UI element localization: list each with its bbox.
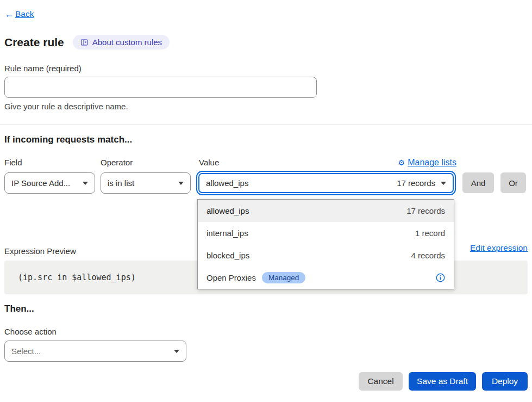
info-icon[interactable]: [436, 273, 445, 282]
about-custom-rules-link[interactable]: About custom rules: [73, 35, 170, 50]
list-option-blocked-ips[interactable]: blocked_ips 4 records: [198, 244, 454, 267]
about-custom-rules-label: About custom rules: [92, 38, 162, 47]
expression-preview-label: Expression Preview: [4, 246, 76, 256]
cancel-button[interactable]: Cancel: [359, 372, 403, 391]
manage-lists-label: Manage lists: [408, 158, 456, 168]
operator-select[interactable]: is in list: [101, 172, 191, 194]
deploy-button[interactable]: Deploy: [482, 372, 528, 391]
managed-badge: Managed: [262, 272, 305, 283]
operator-label: Operator: [101, 158, 133, 167]
chevron-down-icon: [83, 182, 88, 185]
action-select[interactable]: Select...: [4, 341, 186, 362]
list-option-internal-ips[interactable]: internal_ips 1 record: [198, 222, 454, 244]
value-label: Value: [199, 158, 219, 167]
edit-expression-link[interactable]: Edit expression: [470, 243, 528, 253]
gear-icon: ⚙: [398, 158, 405, 167]
list-dropdown-menu: allowed_ips 17 records internal_ips 1 re…: [197, 199, 454, 289]
field-label: Field: [4, 158, 22, 167]
chevron-down-icon: [441, 182, 446, 185]
field-select-value: IP Source Add...: [11, 178, 70, 188]
manage-lists-link[interactable]: ⚙ Manage lists: [398, 158, 456, 168]
value-select-count: 17 records: [397, 178, 435, 188]
list-option-name: Open Proxies: [206, 273, 256, 282]
choose-action-label: Choose action: [4, 327, 57, 336]
rule-name-input[interactable]: [4, 77, 317, 98]
list-option-allowed-ips[interactable]: allowed_ips 17 records: [198, 200, 454, 222]
operator-select-value: is in list: [108, 178, 134, 188]
chevron-down-icon: [178, 182, 184, 185]
match-heading: If incoming requests match...: [4, 134, 132, 145]
list-option-name: internal_ips: [206, 228, 248, 238]
then-heading: Then...: [4, 304, 34, 314]
value-select-name: allowed_ips: [206, 178, 248, 188]
list-option-count: 1 record: [415, 228, 445, 238]
section-divider: [0, 125, 532, 125]
rule-name-label: Rule name (required): [4, 64, 82, 73]
or-button[interactable]: Or: [500, 172, 526, 193]
rule-name-helper: Give your rule a descriptive name.: [4, 102, 128, 111]
list-option-count: 17 records: [406, 206, 445, 215]
list-option-name: blocked_ips: [206, 251, 249, 260]
expression-code-text: (ip.src in $allowed_ips): [18, 273, 136, 282]
create-rule-page: ← Back Create rule About custom rules Ru…: [0, 0, 532, 402]
list-option-name: allowed_ips: [206, 206, 249, 215]
list-option-open-proxies[interactable]: Open Proxies Managed: [198, 267, 454, 289]
value-select[interactable]: allowed_ips 17 records: [198, 173, 454, 193]
book-icon: [80, 39, 88, 46]
save-as-draft-button[interactable]: Save as Draft: [409, 372, 476, 391]
back-link[interactable]: ← Back: [4, 9, 34, 19]
action-select-placeholder: Select...: [11, 347, 41, 356]
page-title: Create rule: [4, 36, 64, 49]
back-label: Back: [15, 9, 34, 19]
chevron-down-icon: [174, 350, 179, 353]
title-row: Create rule About custom rules: [4, 35, 170, 50]
back-arrow-icon: ←: [4, 9, 14, 19]
and-button[interactable]: And: [462, 172, 494, 193]
list-option-count: 4 records: [411, 251, 445, 260]
field-select[interactable]: IP Source Add...: [4, 172, 95, 194]
